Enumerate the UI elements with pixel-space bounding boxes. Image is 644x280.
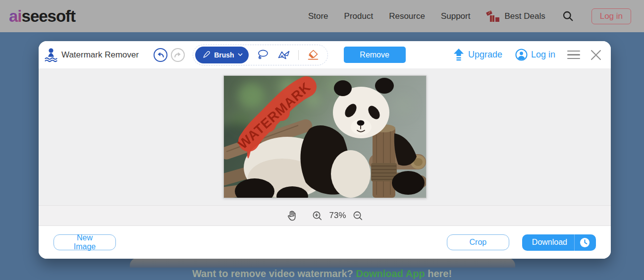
brush-tool-button[interactable]: Brush <box>195 47 248 63</box>
promo-text: Want to remove video watermark? Download… <box>0 268 644 280</box>
promo-suffix: here! <box>425 268 452 279</box>
brush-label: Brush <box>214 51 234 59</box>
modal-login-label: Log in <box>531 50 555 60</box>
background-panel-edge <box>130 258 515 268</box>
hand-pan-icon[interactable] <box>286 210 296 221</box>
logo-accent-text: ai <box>9 7 22 25</box>
panda-photo: WATERMARK <box>224 76 426 198</box>
download-label: Download <box>522 238 574 247</box>
undo-button[interactable] <box>154 48 167 62</box>
undo-icon <box>156 51 165 59</box>
polygon-lasso-tool-icon[interactable] <box>277 49 291 61</box>
modal-title: Watermark Remover <box>61 50 139 60</box>
modal-footer: New Image Crop Download <box>39 226 611 259</box>
new-image-button[interactable]: New Image <box>54 234 116 250</box>
search-icon[interactable] <box>562 10 574 22</box>
top-site-bar: aiseesoft Store Product Resource Support… <box>0 0 644 32</box>
zoom-in-icon[interactable] <box>312 211 322 221</box>
user-icon <box>515 49 528 61</box>
upgrade-button[interactable]: Upgrade <box>453 48 502 61</box>
upgrade-icon <box>453 48 465 61</box>
watermark-remover-logo-icon <box>45 48 57 62</box>
promo-prefix: Want to remove video watermark? <box>192 268 356 279</box>
nav-item-best-deals[interactable]: Best Deals <box>486 10 545 23</box>
menu-icon[interactable] <box>566 49 581 61</box>
toolbar-divider <box>298 50 299 60</box>
editor-canvas-area: WATERMARK <box>39 68 611 205</box>
site-login-button[interactable]: Log in <box>591 8 631 24</box>
modal-header-right: Upgrade Log in <box>453 48 603 62</box>
gift-icon <box>486 10 501 23</box>
chevron-down-icon <box>238 53 243 56</box>
crop-button[interactable]: Crop <box>447 234 509 250</box>
clock-icon <box>574 234 596 251</box>
selection-tool-group: Brush <box>193 45 327 65</box>
promo-download-app-link[interactable]: Download App <box>356 268 425 279</box>
redo-icon <box>173 51 182 59</box>
remove-button[interactable]: Remove <box>344 47 406 63</box>
close-icon[interactable] <box>589 48 603 62</box>
eraser-tool-icon[interactable] <box>306 49 320 60</box>
redo-button[interactable] <box>171 48 185 62</box>
watermark-remover-modal: Watermark Remover <box>39 41 611 259</box>
upgrade-label: Upgrade <box>468 50 502 60</box>
best-deals-label: Best Deals <box>504 11 545 21</box>
nav-item-store[interactable]: Store <box>308 11 328 21</box>
zoom-out-icon[interactable] <box>353 211 363 221</box>
brush-icon <box>202 51 211 59</box>
nav-item-product[interactable]: Product <box>344 11 374 21</box>
modal-login-button[interactable]: Log in <box>515 49 555 61</box>
aiseesoft-logo[interactable]: aiseesoft <box>9 7 75 26</box>
canvas-image[interactable]: WATERMARK <box>223 75 427 198</box>
modal-header: Watermark Remover <box>39 41 611 68</box>
nav-item-support[interactable]: Support <box>441 11 471 21</box>
logo-rest-text: seesoft <box>22 7 76 25</box>
lasso-tool-icon[interactable] <box>256 49 269 61</box>
top-nav: Store Product Resource Support Best Deal… <box>308 8 631 24</box>
nav-item-resource[interactable]: Resource <box>389 11 425 21</box>
download-button[interactable]: Download <box>522 234 596 251</box>
zoom-toolbar: 73% <box>39 205 611 226</box>
zoom-level: 73% <box>329 211 346 221</box>
